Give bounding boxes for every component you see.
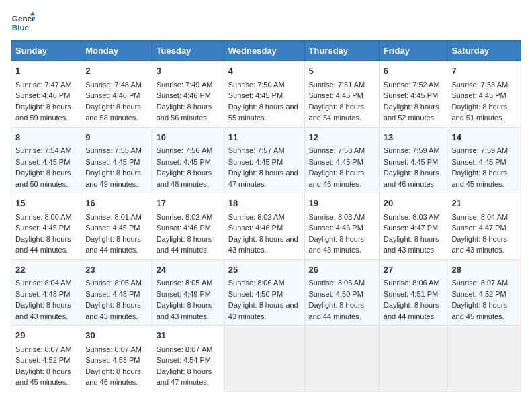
calendar-cell: 13Sunrise: 7:59 AMSunset: 4:45 PMDayligh… [379, 127, 447, 193]
day-number: 27 [384, 263, 443, 277]
sunset-text: Sunset: 4:46 PM [15, 91, 70, 99]
day-number: 4 [228, 64, 300, 78]
day-number: 22 [15, 263, 77, 277]
calendar-week-row: 1Sunrise: 7:47 AMSunset: 4:46 PMDaylight… [11, 61, 521, 128]
calendar-cell: 22Sunrise: 8:04 AMSunset: 4:48 PMDayligh… [11, 259, 81, 326]
sunrise-text: Sunrise: 8:03 AM [309, 213, 365, 221]
header-cell-thursday: Thursday [304, 41, 379, 61]
day-number: 25 [228, 263, 300, 277]
daylight-text: Daylight: 8 hours and 48 minutes. [157, 169, 212, 188]
calendar-cell: 14Sunrise: 7:59 AMSunset: 4:45 PMDayligh… [447, 127, 521, 193]
sunrise-text: Sunrise: 8:03 AM [384, 213, 440, 221]
daylight-text: Daylight: 8 hours and 44 minutes. [384, 301, 439, 320]
sunrise-text: Sunrise: 7:51 AM [309, 81, 365, 89]
calendar-cell: 7Sunrise: 7:53 AMSunset: 4:45 PMDaylight… [447, 61, 521, 128]
sunset-text: Sunset: 4:50 PM [309, 290, 363, 298]
sunset-text: Sunset: 4:45 PM [309, 158, 363, 166]
sunrise-text: Sunrise: 8:02 AM [228, 213, 285, 221]
sunset-text: Sunset: 4:45 PM [309, 91, 363, 99]
calendar-cell: 6Sunrise: 7:52 AMSunset: 4:45 PMDaylight… [379, 61, 447, 128]
sunrise-text: Sunrise: 8:06 AM [309, 279, 365, 287]
sunset-text: Sunset: 4:48 PM [15, 290, 70, 298]
daylight-text: Daylight: 8 hours and 43 minutes. [228, 235, 298, 255]
sunset-text: Sunset: 4:48 PM [85, 290, 140, 298]
sunset-text: Sunset: 4:45 PM [157, 158, 211, 166]
logo-icon: General Blue [11, 11, 35, 35]
daylight-text: Daylight: 8 hours and 43 minutes. [85, 301, 141, 320]
calendar-cell: 19Sunrise: 8:03 AMSunset: 4:46 PMDayligh… [304, 193, 379, 260]
sunset-text: Sunset: 4:45 PM [384, 158, 438, 166]
daylight-text: Daylight: 8 hours and 46 minutes. [309, 169, 365, 188]
day-number: 17 [157, 197, 220, 210]
sunset-text: Sunset: 4:46 PM [85, 91, 140, 99]
day-number: 10 [157, 131, 220, 144]
calendar-cell: 12Sunrise: 7:58 AMSunset: 4:45 PMDayligh… [304, 127, 379, 193]
daylight-text: Daylight: 8 hours and 58 minutes. [85, 103, 141, 122]
sunrise-text: Sunrise: 7:48 AM [85, 81, 142, 89]
day-number: 24 [157, 263, 220, 277]
sunrise-text: Sunrise: 8:00 AM [15, 213, 72, 221]
day-number: 20 [384, 197, 443, 210]
sunrise-text: Sunrise: 8:02 AM [157, 213, 213, 221]
daylight-text: Daylight: 8 hours and 43 minutes. [309, 235, 365, 255]
calendar-cell: 4Sunrise: 7:50 AMSunset: 4:45 PMDaylight… [224, 61, 304, 128]
sunrise-text: Sunrise: 8:06 AM [384, 279, 440, 287]
header-cell-sunday: Sunday [11, 41, 81, 61]
calendar-week-row: 8Sunrise: 7:54 AMSunset: 4:45 PMDaylight… [11, 127, 521, 193]
calendar-cell: 9Sunrise: 7:55 AMSunset: 4:45 PMDaylight… [81, 127, 152, 193]
day-number: 19 [309, 197, 375, 210]
header-cell-tuesday: Tuesday [152, 41, 224, 61]
sunrise-text: Sunrise: 7:49 AM [157, 81, 213, 89]
day-number: 3 [157, 64, 220, 78]
sunset-text: Sunset: 4:45 PM [384, 91, 438, 99]
day-number: 11 [228, 131, 300, 144]
day-number: 1 [15, 64, 77, 78]
daylight-text: Daylight: 8 hours and 50 minutes. [15, 169, 71, 188]
header-cell-saturday: Saturday [447, 41, 521, 61]
calendar-cell: 24Sunrise: 8:05 AMSunset: 4:49 PMDayligh… [152, 259, 224, 326]
daylight-text: Daylight: 8 hours and 59 minutes. [15, 103, 71, 122]
day-number: 14 [451, 131, 517, 144]
sunrise-text: Sunrise: 8:07 AM [451, 279, 508, 287]
sunset-text: Sunset: 4:51 PM [384, 290, 438, 298]
daylight-text: Daylight: 8 hours and 44 minutes. [15, 235, 71, 255]
daylight-text: Daylight: 8 hours and 51 minutes. [451, 103, 507, 122]
calendar-cell: 1Sunrise: 7:47 AMSunset: 4:46 PMDaylight… [11, 61, 81, 128]
sunrise-text: Sunrise: 7:50 AM [228, 81, 285, 89]
calendar-cell: 23Sunrise: 8:05 AMSunset: 4:48 PMDayligh… [81, 259, 152, 326]
calendar-week-row: 15Sunrise: 8:00 AMSunset: 4:45 PMDayligh… [11, 193, 521, 260]
day-number: 13 [384, 131, 443, 144]
day-number: 21 [451, 197, 517, 210]
day-number: 30 [85, 329, 147, 342]
sunset-text: Sunset: 4:45 PM [451, 91, 506, 99]
sunset-text: Sunset: 4:45 PM [15, 158, 70, 166]
calendar-cell [304, 326, 379, 392]
daylight-text: Daylight: 8 hours and 45 minutes. [15, 367, 71, 387]
daylight-text: Daylight: 8 hours and 55 minutes. [228, 103, 298, 122]
day-number: 7 [451, 64, 517, 78]
sunset-text: Sunset: 4:45 PM [451, 158, 506, 166]
sunset-text: Sunset: 4:46 PM [157, 91, 211, 99]
calendar-cell: 18Sunrise: 8:02 AMSunset: 4:46 PMDayligh… [224, 193, 304, 260]
header-cell-friday: Friday [379, 41, 447, 61]
sunrise-text: Sunrise: 7:55 AM [85, 146, 142, 154]
sunrise-text: Sunrise: 8:01 AM [85, 213, 142, 221]
daylight-text: Daylight: 8 hours and 44 minutes. [85, 235, 141, 255]
daylight-text: Daylight: 8 hours and 43 minutes. [384, 235, 439, 255]
calendar-cell: 27Sunrise: 8:06 AMSunset: 4:51 PMDayligh… [379, 259, 447, 326]
sunrise-text: Sunrise: 8:07 AM [15, 345, 72, 353]
sunset-text: Sunset: 4:54 PM [157, 356, 211, 364]
daylight-text: Daylight: 8 hours and 47 minutes. [228, 169, 298, 188]
daylight-text: Daylight: 8 hours and 46 minutes. [85, 367, 141, 387]
calendar-cell: 29Sunrise: 8:07 AMSunset: 4:52 PMDayligh… [11, 326, 81, 392]
day-number: 28 [451, 263, 517, 277]
sunrise-text: Sunrise: 8:05 AM [157, 279, 213, 287]
sunrise-text: Sunrise: 8:04 AM [15, 279, 72, 287]
sunset-text: Sunset: 4:46 PM [309, 224, 363, 232]
sunrise-text: Sunrise: 8:04 AM [451, 213, 508, 221]
sunset-text: Sunset: 4:50 PM [228, 290, 283, 298]
header-row: SundayMondayTuesdayWednesdayThursdayFrid… [11, 41, 521, 61]
sunrise-text: Sunrise: 8:05 AM [85, 279, 142, 287]
daylight-text: Daylight: 8 hours and 43 minutes. [157, 301, 212, 320]
day-number: 16 [85, 197, 147, 210]
